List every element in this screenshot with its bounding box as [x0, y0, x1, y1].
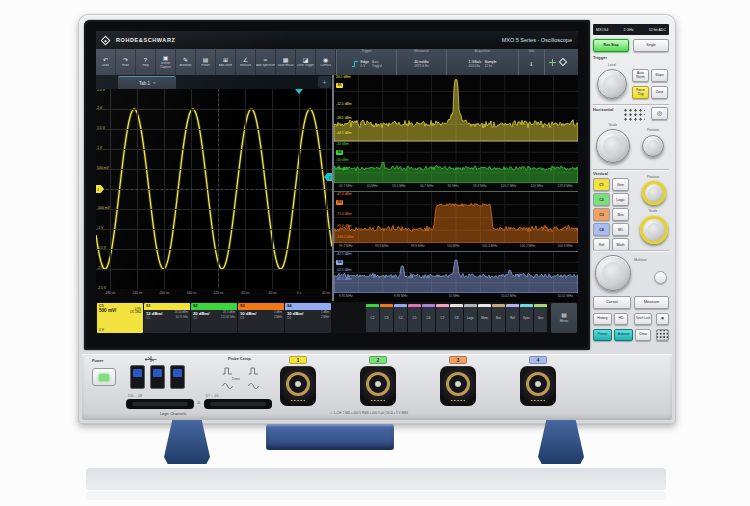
power-button[interactable] [92, 368, 116, 386]
toolbar-annotate-button[interactable]: ✎Annotate [176, 49, 196, 75]
touch-lock-button[interactable]: Touch Lock [634, 313, 652, 325]
toolbar-undo-button[interactable]: ↶Undo [96, 49, 116, 75]
toolbar-measure-button[interactable]: ∠Measure [236, 49, 256, 75]
auto-norm-button[interactable]: Auto Norm [632, 69, 649, 82]
toolbar-camera-button[interactable]: ◉Camera [316, 49, 336, 75]
signal-badge-c4[interactable]: C4 [394, 304, 407, 332]
logic-connector-2[interactable] [204, 399, 272, 409]
multiuse-knob[interactable] [595, 255, 631, 291]
signal-badge-c3[interactable]: C3 [380, 304, 393, 332]
spectrum-badge-s3[interactable]: S3 [336, 200, 343, 205]
zoom-button[interactable]: ◎ [651, 107, 668, 120]
toolbar-add-zoom-button[interactable]: ⊞Add Zoom [216, 49, 236, 75]
toolbar-button-label: Preset [201, 64, 210, 67]
vertical-button-gen[interactable]: Gen [612, 178, 629, 191]
autoset-button[interactable]: Autoset [614, 329, 633, 341]
signal-badge-s3[interactable]: S310 dBm/1 dBmC32 MHz [238, 303, 284, 333]
bnc-input-channel-2[interactable] [360, 366, 396, 406]
hd-button[interactable]: HD [614, 313, 628, 325]
cursor-button[interactable]: Cursor [593, 296, 631, 309]
signal-badge-c7[interactable]: C7 [436, 304, 449, 332]
vertical-scale-knob[interactable] [640, 216, 668, 244]
signal-badge-s1[interactable]: S112 dBm/26.34 dBmC110.73 kHz [144, 303, 190, 333]
trigger-readout[interactable]: Trigger Edge 0 V Auto Trigg'd [336, 49, 396, 75]
vertical-button-m1[interactable]: M1 [612, 223, 629, 236]
freq-axis-label: 53.4 MHz [392, 185, 406, 188]
signal-badge-c5[interactable]: C5 [408, 304, 421, 332]
vertical-button-c3[interactable]: C3 [593, 208, 610, 221]
spectrum-badge-s1[interactable]: S1 [336, 83, 343, 88]
horizontal-readout[interactable]: Horizontal 40 ns/div 1977.6 Hz [396, 49, 446, 75]
vertical-button-c1[interactable]: C1 [593, 178, 610, 191]
signal-badge-c6[interactable]: C6 [422, 304, 435, 332]
force-trigger-button[interactable]: Force Trig [632, 86, 649, 99]
usb-port[interactable] [130, 365, 145, 389]
bnc-input-channel-1[interactable] [280, 366, 316, 406]
toolbar-help-button[interactable]: ?Help [136, 49, 156, 75]
usb-port[interactable] [170, 365, 185, 389]
vertical-position-knob[interactable] [642, 181, 666, 205]
signal-badge-s4[interactable]: S410 dBm/1 dBmC42 MHz [285, 303, 331, 333]
x-axis-label: -200 ns [153, 292, 175, 295]
toolbar-add-spectrum-button[interactable]: ≈Add Spectrum [256, 49, 276, 75]
y-axis-label: -1 V [97, 227, 103, 230]
freq-axis-label: 99.7 MHz [339, 245, 353, 248]
signal-badge-logic[interactable]: Logic [464, 304, 477, 332]
signal-badge-s2[interactable]: S220 dBm/26.5 dBmC2151.07 kHz [191, 303, 237, 333]
signal-badge-bus[interactable]: Bus [492, 304, 505, 332]
tab-1[interactable]: Tab 1 ▾ [118, 76, 176, 89]
vertical-button-c2[interactable]: C2 [593, 193, 610, 206]
analog-plot[interactable]: 2.5 V2 V1.5 V1 V500 mV0 V-500 mV-1 V-1.5… [96, 89, 332, 289]
clear-button[interactable]: Clear [635, 329, 651, 341]
single-button[interactable]: Single [633, 39, 669, 52]
signal-badge-c2[interactable]: C2 [366, 304, 379, 332]
vertical-button-bus[interactable]: Bus [612, 208, 629, 221]
analog-waveform-panel[interactable]: Tab 1 ▾ + 2.5 V2 V1.5 V1 V500 mV0 V-500 … [96, 75, 332, 301]
usb-port[interactable] [150, 365, 165, 389]
horizontal-position-knob[interactable] [642, 135, 664, 157]
keypad-button[interactable] [656, 329, 669, 341]
vertical-button-logic[interactable]: Logic [612, 193, 629, 206]
run-stop-button[interactable]: Run Stop [593, 39, 629, 52]
acquisition-readout[interactable]: Acquisition 1 GSa/s 400 kSa Sample 12 bi… [446, 49, 518, 75]
toolbar-zone-trigger-button[interactable]: ◪Zone Trigger [296, 49, 316, 75]
badge-label: C6 [427, 316, 431, 320]
info-readout[interactable]: Info ℹ [518, 49, 544, 75]
measure-button[interactable]: Measure [634, 296, 669, 309]
toolbar-preset-button[interactable]: ▤Preset [196, 49, 216, 75]
toolbar-redo-button[interactable]: ↷Redo [116, 49, 136, 75]
history-button[interactable]: History [593, 313, 612, 325]
vertical-button-c4[interactable]: C4 [593, 223, 610, 236]
badge-color-cap [520, 304, 533, 307]
spectrum-strip-s3[interactable]: -47.4 dBm-71.4 dBm-95.4 dBm-143.4 dBmS39… [334, 191, 578, 251]
trigger-position-marker[interactable] [295, 89, 303, 94]
slope-button[interactable]: Slope [651, 69, 668, 82]
spectrum-badge-s4[interactable]: S4 [336, 260, 343, 265]
spectrum-strip-s4[interactable]: -42.5 dBm-62.5 dBm-82.5 dBmS49.95 MHz9.9… [334, 251, 578, 301]
intensity-button[interactable] [654, 271, 667, 284]
signal-badge-spec[interactable]: Spec [520, 304, 533, 332]
logic-connector-1[interactable] [126, 399, 194, 409]
preset-button[interactable]: Preset [593, 329, 612, 341]
add-tab-button[interactable]: + [318, 76, 331, 88]
spectrum-strip-s2[interactable]: -40 dBm-60 dBm-80 dBmS226.7 MHz40 MHz53.… [334, 141, 578, 191]
signal-badge-c1[interactable]: C1500 mV/0.9%DC 1MΩ0 V [97, 303, 143, 333]
zone-button[interactable]: Zone [651, 86, 668, 99]
add-signal-icon[interactable] [549, 59, 556, 66]
camera-button[interactable]: ◉ [656, 313, 669, 325]
toolbar-screen-capture-button[interactable]: ▣Screen Capture [156, 49, 176, 75]
trigger-level-knob[interactable] [597, 69, 627, 99]
signal-badge-mem[interactable]: Mem [478, 304, 491, 332]
screen[interactable]: ROHDE&SCHWARZ MXO 5 Series - Oscilloscop… [96, 31, 578, 333]
signal-badge-ref[interactable]: Ref [506, 304, 519, 332]
spectrum-strip-s1[interactable]: 20.1 dBm-12.1 dBm-28.1 dBm-44.1 dBmS1 [334, 75, 578, 141]
signal-badge-c8[interactable]: C8 [450, 304, 463, 332]
bnc-dots [290, 399, 306, 402]
toolbar-save-recall-button[interactable]: ▦Save Recall [276, 49, 296, 75]
spectrum-badge-s2[interactable]: S2 [336, 150, 343, 155]
bnc-input-channel-3[interactable] [440, 366, 476, 406]
menu-button[interactable]: ▤ Menu [551, 303, 577, 333]
bnc-input-channel-4[interactable] [520, 366, 556, 406]
horizontal-scale-knob[interactable] [596, 129, 630, 163]
signal-badge-gen[interactable]: Gen [534, 304, 547, 332]
